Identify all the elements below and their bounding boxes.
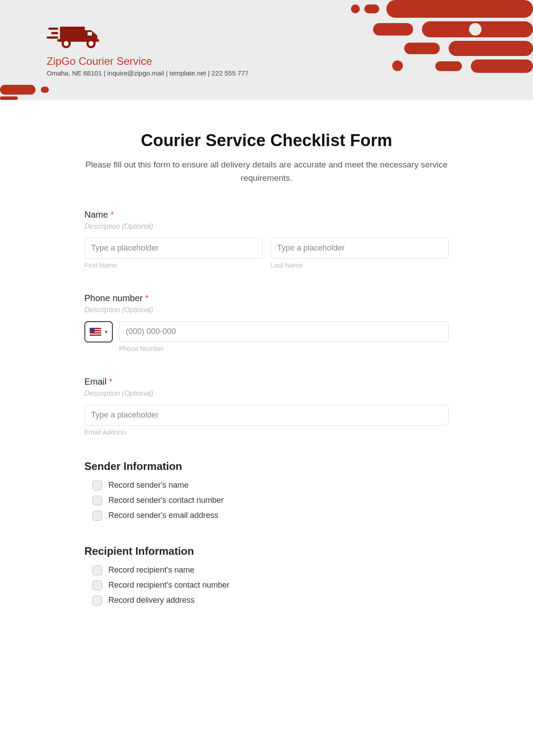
company-contact-info: Omaha, NE 68101 | inquire@zipgo.mail | t… (47, 69, 249, 77)
last-name-sublabel: Last Name (270, 261, 449, 269)
svg-rect-18 (48, 28, 58, 30)
us-flag-icon (90, 328, 101, 336)
required-asterisk: * (111, 210, 114, 219)
list-item: Record sender's contact number (92, 496, 449, 505)
checkbox[interactable] (92, 511, 102, 521)
svg-point-17 (88, 40, 95, 47)
chevron-down-icon: ▾ (105, 329, 107, 335)
last-name-input[interactable] (270, 238, 449, 259)
checkbox-label: Record delivery address (108, 596, 195, 605)
checkbox[interactable] (92, 496, 102, 505)
first-name-sublabel: First Name (84, 261, 263, 269)
required-asterisk: * (109, 377, 113, 386)
svg-rect-19 (51, 32, 58, 34)
checkbox-label: Record sender's name (108, 481, 189, 490)
required-asterisk: * (145, 293, 149, 303)
email-label: Email * (84, 377, 449, 387)
svg-point-16 (63, 40, 70, 47)
svg-rect-9 (435, 61, 462, 71)
name-field-group: Name * Description (Optional) First Name… (84, 210, 449, 269)
checkbox-label: Record sender's contact number (108, 496, 224, 505)
list-item: Record recipient's name (92, 565, 449, 575)
svg-rect-4 (373, 23, 413, 36)
recipient-checklist: Record recipient's name Record recipient… (84, 565, 449, 605)
checkbox[interactable] (92, 565, 102, 575)
company-name: ZipGo Courier Service (47, 55, 249, 68)
header-banner: ZipGo Courier Service Omaha, NE 68101 | … (0, 0, 533, 100)
list-item: Record recipient's contact number (92, 581, 449, 590)
form-subtitle: Please fill out this form to ensure all … (84, 158, 449, 185)
svg-rect-1 (364, 4, 379, 13)
decoration-bottom-left (0, 82, 62, 100)
form-title: Courier Service Checklist Form (84, 131, 449, 150)
svg-point-5 (469, 23, 481, 36)
name-label-text: Name (84, 210, 108, 219)
sender-section-title: Sender Information (84, 460, 449, 473)
email-sublabel: Email Address (84, 428, 449, 436)
svg-point-10 (392, 60, 403, 71)
email-description: Description (Optional) (84, 390, 449, 398)
email-label-text: Email (84, 377, 107, 386)
phone-label-text: Phone number (84, 293, 143, 303)
svg-rect-7 (404, 43, 440, 54)
phone-sublabel: Phone Number (119, 345, 449, 352)
form-container: Courier Service Checklist Form Please fi… (84, 100, 449, 637)
svg-rect-11 (0, 85, 36, 95)
logo-block: ZipGo Courier Service Omaha, NE 68101 | … (47, 22, 249, 77)
svg-rect-21 (88, 32, 92, 36)
country-code-select[interactable]: ▾ (84, 321, 113, 342)
list-item: Record sender's name (92, 481, 449, 490)
svg-rect-0 (386, 0, 533, 18)
truck-icon (47, 22, 249, 49)
checkbox[interactable] (92, 581, 102, 590)
svg-rect-12 (41, 87, 49, 93)
list-item: Record sender's email address (92, 511, 449, 521)
recipient-section-title: Recipient Information (84, 545, 449, 557)
checkbox-label: Record recipient's name (108, 565, 195, 575)
svg-point-2 (351, 4, 360, 13)
name-label: Name * (84, 210, 449, 220)
decoration-top-right (346, 0, 533, 84)
checkbox[interactable] (92, 596, 102, 605)
list-item: Record delivery address (92, 596, 449, 605)
checkbox-label: Record recipient's contact number (108, 581, 230, 590)
sender-checklist: Record sender's name Record sender's con… (84, 481, 449, 521)
phone-number-input[interactable] (119, 321, 449, 342)
svg-rect-6 (449, 41, 533, 56)
svg-rect-20 (47, 36, 58, 39)
phone-label: Phone number * (84, 293, 449, 303)
email-field-group: Email * Description (Optional) Email Add… (84, 377, 449, 436)
svg-rect-13 (0, 96, 18, 100)
svg-rect-14 (60, 27, 85, 39)
email-input[interactable] (84, 405, 449, 426)
checkbox[interactable] (92, 481, 102, 490)
first-name-input[interactable] (84, 238, 263, 259)
phone-field-group: Phone number * Description (Optional) ▾ … (84, 293, 449, 352)
checkbox-label: Record sender's email address (108, 511, 219, 520)
phone-description: Description (Optional) (84, 306, 449, 314)
svg-rect-8 (471, 60, 533, 73)
name-description: Description (Optional) (84, 223, 449, 231)
